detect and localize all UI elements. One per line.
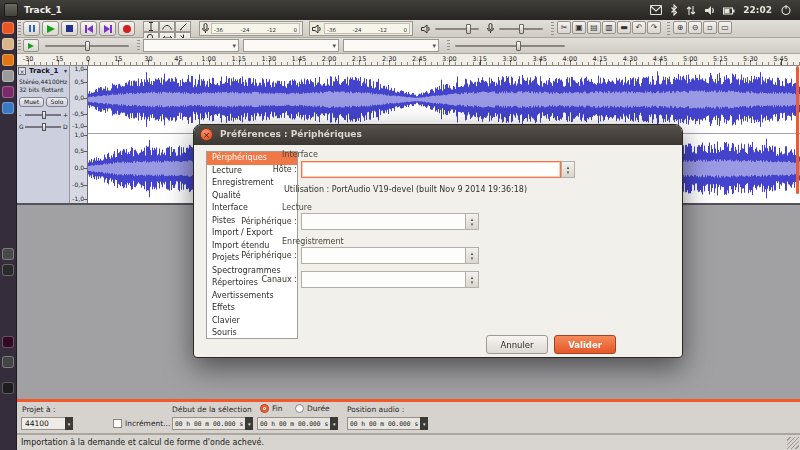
preferences-category-item[interactable]: Avertissements bbox=[207, 290, 297, 303]
output-device-dropdown[interactable]: ▾ bbox=[243, 39, 339, 52]
channels-value[interactable] bbox=[301, 271, 465, 288]
dialog-close-button[interactable]: × bbox=[200, 128, 213, 141]
play-button[interactable] bbox=[42, 21, 59, 36]
copy-button[interactable]: ▣ bbox=[572, 21, 586, 34]
dialog-titlebar[interactable]: × Préférences : Périphériques bbox=[194, 125, 682, 145]
zoom-fit-selection-button[interactable]: ▫ bbox=[703, 21, 717, 34]
zoom-out-button[interactable]: ⊖ bbox=[688, 21, 702, 34]
play-speed-slider[interactable] bbox=[45, 45, 129, 47]
preferences-category-item[interactable]: Souris bbox=[207, 327, 297, 339]
slider-thumb[interactable] bbox=[85, 41, 90, 51]
preferences-category-item[interactable]: Effets bbox=[207, 302, 297, 315]
clock[interactable]: 22:02 bbox=[743, 5, 772, 15]
launcher-dash-home[interactable] bbox=[2, 22, 14, 34]
network-icon[interactable] bbox=[686, 5, 696, 16]
radio-duration[interactable]: Durée bbox=[295, 404, 330, 413]
toolbar-grip[interactable] bbox=[667, 22, 670, 35]
time-value[interactable]: 00 h 00 m 00.000 s bbox=[347, 417, 420, 430]
input-volume-slider[interactable] bbox=[499, 28, 543, 30]
launcher-files[interactable] bbox=[2, 38, 14, 50]
track-close-button[interactable]: × bbox=[18, 67, 26, 75]
input-device-dropdown[interactable]: ▾ bbox=[343, 39, 439, 52]
paste-button[interactable]: ▤ bbox=[587, 21, 601, 34]
selection-tool-button[interactable] bbox=[143, 21, 159, 32]
toolbar-grip[interactable] bbox=[137, 40, 140, 51]
playback-device-dropdown[interactable]: ▴▾ bbox=[301, 213, 479, 230]
cancel-button[interactable]: Annuler bbox=[486, 335, 548, 354]
spinner-arrows-icon[interactable]: ▴▾ bbox=[465, 247, 479, 264]
recording-device-value[interactable] bbox=[301, 247, 465, 264]
cut-button[interactable]: ✂ bbox=[557, 21, 571, 34]
playback-meter[interactable]: -36-24-120 bbox=[309, 21, 413, 36]
launcher-music[interactable] bbox=[2, 102, 14, 114]
zoom-fit-project-button[interactable]: ▭ bbox=[718, 21, 732, 34]
time-value[interactable]: 00 h 00 m 00.000 s bbox=[257, 417, 330, 430]
audio-position-timefield[interactable]: 00 h 00 m 00.000 s ▾ bbox=[347, 417, 428, 430]
spinner-arrows-icon[interactable]: ▴▾ bbox=[465, 213, 479, 230]
toolbar-grip[interactable] bbox=[18, 22, 21, 35]
trim-button[interactable]: ▥ bbox=[602, 21, 616, 34]
track-menu-caret-icon[interactable]: ▾ bbox=[64, 67, 67, 74]
radio-end[interactable]: Fin bbox=[260, 404, 283, 413]
host-device-dropdown[interactable]: ▾ bbox=[143, 39, 239, 52]
launcher-settings[interactable] bbox=[2, 70, 14, 82]
radio-end-button[interactable] bbox=[260, 404, 269, 413]
horizontal-scrollbar[interactable] bbox=[17, 399, 800, 402]
validate-button[interactable]: Valider bbox=[554, 335, 616, 354]
preferences-category-item[interactable]: Clavier bbox=[207, 315, 297, 328]
snap-to-checkbox-row[interactable]: Incrément... bbox=[113, 419, 170, 428]
play-at-speed-button[interactable] bbox=[23, 39, 39, 52]
radio-duration-button[interactable] bbox=[295, 404, 304, 413]
selection-start-timefield[interactable]: 00 h 00 m 00.000 s ▾ bbox=[172, 417, 253, 430]
toolbar-grip[interactable] bbox=[18, 40, 21, 51]
pause-button[interactable] bbox=[23, 21, 40, 36]
mail-icon[interactable] bbox=[650, 5, 662, 15]
stop-button[interactable] bbox=[61, 21, 78, 36]
vertical-scrollbar[interactable] bbox=[796, 66, 799, 194]
host-dropdown-value[interactable] bbox=[301, 161, 561, 178]
session-power-icon[interactable] bbox=[780, 4, 792, 16]
slider-thumb[interactable] bbox=[466, 24, 471, 34]
skip-start-button[interactable] bbox=[80, 21, 97, 36]
project-rate-dropdown[interactable]: 44100 ▾ bbox=[21, 417, 73, 430]
volume-icon[interactable] bbox=[704, 5, 715, 16]
timeline-ruler[interactable]: -30-1501530451:001:151:301:452:002:152:3… bbox=[17, 54, 800, 66]
zoom-in-button[interactable]: ⊕ bbox=[673, 21, 687, 34]
slider-thumb[interactable] bbox=[42, 111, 46, 119]
recording-meter[interactable]: -36-24-120 bbox=[199, 21, 303, 36]
output-volume-slider[interactable] bbox=[435, 28, 479, 30]
launcher-app-dark3[interactable] bbox=[2, 356, 14, 368]
undo-button[interactable]: ↶ bbox=[632, 21, 646, 34]
draw-tool-button[interactable] bbox=[175, 21, 191, 32]
launcher-app-dark2[interactable] bbox=[2, 264, 14, 276]
launcher-firefox[interactable] bbox=[2, 54, 14, 66]
bluetooth-icon[interactable] bbox=[670, 4, 678, 16]
vertical-ruler[interactable]: 1,00,50,0-0,5-1,01,00,50,0-0,5-1,0 bbox=[70, 66, 88, 203]
battery-icon[interactable] bbox=[723, 5, 735, 16]
mute-button[interactable]: Muet bbox=[19, 97, 44, 107]
slider-thumb[interactable] bbox=[516, 41, 521, 51]
selection-end-timefield[interactable]: 00 h 00 m 00.000 s ▾ bbox=[257, 417, 338, 430]
envelope-tool-button[interactable] bbox=[159, 21, 175, 32]
spinner-arrows-icon[interactable]: ▴▾ bbox=[561, 161, 575, 178]
launcher-app-dark1[interactable] bbox=[2, 248, 14, 260]
launcher-terminal[interactable] bbox=[2, 336, 14, 348]
playback-device-value[interactable] bbox=[301, 213, 465, 230]
spinner-arrows-icon[interactable]: ▴▾ bbox=[465, 271, 479, 288]
silence-button[interactable]: ▬ bbox=[617, 21, 631, 34]
host-dropdown[interactable]: ▴▾ bbox=[301, 161, 575, 178]
resize-grip[interactable] bbox=[787, 437, 799, 449]
launcher-software[interactable] bbox=[2, 86, 14, 98]
slider-thumb[interactable] bbox=[519, 24, 524, 34]
slider-thumb[interactable] bbox=[42, 123, 46, 131]
gain-slider[interactable] bbox=[25, 114, 61, 116]
solo-button[interactable]: Solo bbox=[46, 97, 68, 107]
launcher-app-dark4[interactable] bbox=[2, 382, 14, 394]
snap-to-checkbox[interactable] bbox=[113, 419, 122, 428]
transcription-speed-slider[interactable] bbox=[455, 45, 565, 47]
time-value[interactable]: 00 h 00 m 00.000 s bbox=[172, 417, 245, 430]
toolbar-grip[interactable] bbox=[447, 40, 450, 51]
record-button[interactable] bbox=[118, 21, 135, 36]
toolbar-grip[interactable] bbox=[551, 22, 554, 35]
track-name[interactable]: Track_1 bbox=[29, 67, 58, 75]
